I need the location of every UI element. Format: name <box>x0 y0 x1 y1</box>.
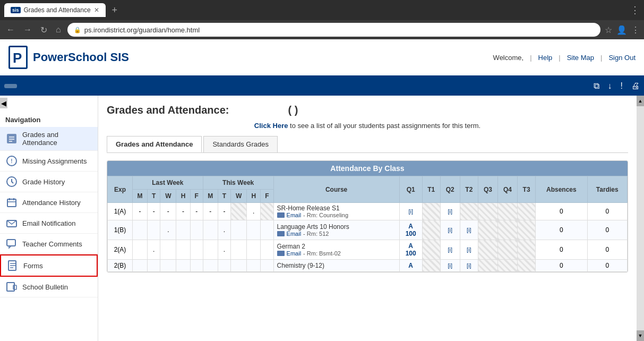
browser-chrome: sis Grades and Attendance ✕ + ⋮ <box>0 0 644 20</box>
back-button[interactable]: ← <box>4 24 17 36</box>
sidebar-label-grade-history: Grade History <box>22 178 65 186</box>
past-assignments-link[interactable]: Click Here <box>254 122 288 130</box>
day-w2: W <box>231 190 247 203</box>
day-cell <box>203 240 218 260</box>
sidebar-item-missing-assignments[interactable]: ! Missing Assignments <box>0 151 98 172</box>
day-cell: . <box>218 220 230 240</box>
q3-cell <box>478 220 497 240</box>
svg-text:P: P <box>13 50 22 66</box>
q2-link[interactable]: [i] <box>448 262 453 269</box>
forms-icon <box>6 259 19 272</box>
sidebar-item-attendance-history[interactable]: Attendance History <box>0 192 98 213</box>
email-notification-icon <box>5 217 18 229</box>
sidebar-item-grade-history[interactable]: Grade History <box>0 172 98 192</box>
course-cell: Chemistry (9-12) <box>273 260 399 272</box>
q2-link[interactable]: [i] <box>448 227 453 233</box>
q2-link[interactable]: [i] <box>448 246 453 253</box>
browser-tab[interactable]: sis Grades and Attendance ✕ <box>4 3 106 17</box>
course-cell: German 2 Email - Rm: Bsmt-02 <box>273 240 399 260</box>
sidebar-label-forms: Forms <box>23 262 43 270</box>
sidebar-item-email-notification[interactable]: Email Notification <box>0 213 98 234</box>
grade-score: 100 <box>402 230 420 237</box>
day-cell: . <box>218 240 230 260</box>
sidebar-label-school-bulletin: School Bulletin <box>22 283 68 291</box>
absences-cell: 0 <box>536 260 587 272</box>
address-input[interactable]: 🔒 ps.irondistrict.org/guardian/home.html <box>67 23 600 37</box>
tardies-cell: 0 <box>587 220 628 240</box>
home-button[interactable]: ⌂ <box>54 24 63 36</box>
day-m1: M <box>132 190 147 203</box>
tardies-cell: 0 <box>587 240 628 260</box>
external-link-icon[interactable]: ⧉ <box>594 81 599 91</box>
day-cell: - <box>218 203 230 220</box>
scroll-up-button[interactable]: ▲ <box>637 96 644 106</box>
day-cell <box>247 260 261 272</box>
email-link[interactable]: Email <box>287 212 302 218</box>
day-cell <box>247 240 261 260</box>
new-tab-button[interactable]: + <box>109 5 121 16</box>
t3-cell <box>518 203 536 220</box>
col-q2: Q2 <box>440 176 460 203</box>
student-button[interactable] <box>4 84 17 88</box>
exp-cell: 1(A) <box>108 203 133 220</box>
download-icon[interactable]: ↓ <box>608 81 612 91</box>
svg-rect-8 <box>7 199 16 207</box>
scrollbar[interactable]: ▲ ▼ <box>637 96 644 341</box>
print-icon[interactable]: 🖨 <box>631 81 640 91</box>
q1-link[interactable]: [i] <box>408 208 413 215</box>
grades-attendance-icon <box>5 132 18 145</box>
forward-button[interactable]: → <box>21 24 34 36</box>
site-map-link[interactable]: Site Map <box>567 54 594 62</box>
app-title: PowerSchool SIS <box>33 50 129 64</box>
scroll-down-button[interactable]: ▼ <box>637 330 644 341</box>
course-name: SR-Home Release S1 <box>277 204 396 212</box>
col-absences: Absences <box>536 176 587 203</box>
day-cell-hatch <box>231 203 247 220</box>
sidebar-item-teacher-comments[interactable]: Teacher Comments <box>0 234 98 254</box>
sign-out-link[interactable]: Sign Out <box>608 54 636 62</box>
tab-grades-attendance[interactable]: Grades and Attendance <box>107 136 202 152</box>
t2-link[interactable]: [i] <box>467 246 471 253</box>
address-bar: ← → ↻ ⌂ 🔒 ps.irondistrict.org/guardian/h… <box>0 20 644 39</box>
help-link[interactable]: Help <box>538 54 553 62</box>
table-row: 2(B) Chemistry (9-12) <box>108 260 628 272</box>
sidebar-item-forms[interactable]: Forms <box>0 254 98 277</box>
alert-icon[interactable]: ! <box>621 81 623 91</box>
sidebar-section-title: Navigation <box>0 110 98 127</box>
school-bulletin-icon <box>5 280 18 293</box>
t3-cell <box>518 240 536 260</box>
refresh-button[interactable]: ↻ <box>38 24 49 36</box>
t2-link[interactable]: [i] <box>467 227 471 233</box>
tab-standards-grades[interactable]: Standards Grades <box>203 136 278 152</box>
sidebar-collapse-button[interactable]: ◀ <box>0 98 7 108</box>
t3-cell <box>518 260 536 272</box>
course-name: German 2 <box>277 243 396 250</box>
day-cell: - <box>160 203 176 220</box>
bookmark-icon[interactable]: ☆ <box>605 25 612 35</box>
day-cell <box>247 220 261 240</box>
menu-icon[interactable]: ⋮ <box>631 25 640 35</box>
course-name: Language Arts 10 Honors <box>277 223 396 231</box>
day-f1: F <box>190 190 203 203</box>
q2-cell: [i] <box>440 220 460 240</box>
q4-cell <box>497 203 517 220</box>
t1-cell <box>422 220 440 240</box>
t2-link[interactable]: [i] <box>467 262 471 269</box>
q2-link[interactable]: [i] <box>448 208 453 215</box>
day-cell <box>261 260 273 272</box>
email-link[interactable]: Email <box>287 250 302 257</box>
day-cell <box>190 240 203 260</box>
t3-cell <box>518 220 536 240</box>
sidebar-item-grades-attendance[interactable]: Grades and Attendance <box>0 127 98 151</box>
user-icon[interactable]: 👤 <box>616 25 627 35</box>
q4-cell <box>497 220 517 240</box>
t1-cell <box>422 260 440 272</box>
toolbar: ⧉ ↓ ! 🖨 <box>0 76 644 96</box>
browser-more-icon[interactable]: ⋮ <box>630 4 640 16</box>
day-cell: - <box>190 203 203 220</box>
sidebar-item-school-bulletin[interactable]: School Bulletin <box>0 277 98 297</box>
tab-close-icon[interactable]: ✕ <box>94 6 99 14</box>
day-cell: - <box>176 203 190 220</box>
welcome-text: Welcome, <box>493 54 524 62</box>
email-link[interactable]: Email <box>287 231 302 237</box>
